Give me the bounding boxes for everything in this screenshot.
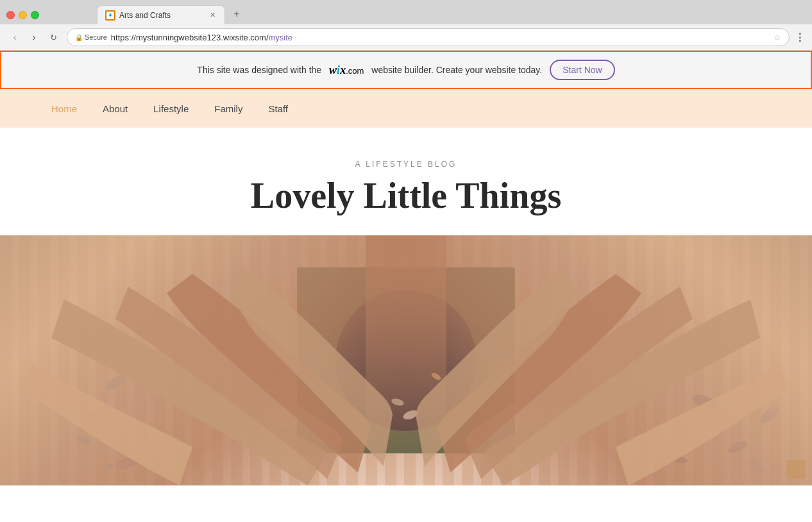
site-navigation: Home About Lifestyle Family Staff: [0, 89, 812, 128]
wix-banner: This site was designed with the wix.com …: [0, 51, 812, 89]
address-bar: ‹ › ↻ 🔒 Secure https://mystunningwebsite…: [0, 24, 812, 51]
wix-logo: wix.com: [329, 63, 364, 77]
new-tab-icon: +: [233, 8, 239, 20]
forward-button[interactable]: ›: [26, 29, 42, 46]
nav-link-about[interactable]: About: [103, 90, 128, 127]
new-tab-button[interactable]: +: [228, 5, 246, 23]
url-base: https://mystunningwebsite123.wixsite.com…: [111, 33, 269, 42]
active-tab[interactable]: ✦ Arts and Crafts ✕: [97, 5, 225, 24]
tab-bar: ✦ Arts and Crafts ✕ +: [46, 5, 246, 24]
nav-link-lifestyle[interactable]: Lifestyle: [153, 90, 189, 127]
traffic-lights: [6, 11, 39, 19]
scroll-indicator[interactable]: [786, 460, 806, 479]
nav-link-staff[interactable]: Staff: [268, 90, 288, 127]
nav-buttons: ‹ › ↻: [6, 29, 62, 46]
blog-subtitle: A LIFESTYLE BLOG: [13, 160, 799, 169]
minimize-button[interactable]: [19, 11, 27, 19]
banner-text-before: This site was designed with the: [197, 65, 321, 75]
browser-chrome: ✦ Arts and Crafts ✕ + ‹ › ↻ 🔒 Secure htt…: [0, 0, 812, 51]
start-now-button[interactable]: Start Now: [550, 60, 614, 80]
tab-close-button[interactable]: ✕: [208, 11, 217, 20]
maximize-button[interactable]: [31, 11, 39, 19]
lock-icon: 🔒: [75, 34, 83, 41]
title-bar: ✦ Arts and Crafts ✕ +: [0, 0, 812, 24]
blog-title: Lovely Little Things: [13, 176, 799, 216]
url-text: https://mystunningwebsite123.wixsite.com…: [111, 33, 292, 42]
secure-label: Secure: [85, 33, 107, 41]
craft-scene: [0, 235, 812, 485]
wix-dot-com: .com: [346, 66, 364, 76]
url-bar[interactable]: 🔒 Secure https://mystunningwebsite123.wi…: [67, 28, 790, 46]
back-button[interactable]: ‹: [6, 29, 23, 46]
hero-section: A LIFESTYLE BLOG Lovely Little Things: [0, 128, 812, 235]
banner-text-after: website builder. Create your website tod…: [371, 65, 542, 75]
refresh-button[interactable]: ↻: [45, 29, 62, 46]
url-path: mysite: [269, 33, 293, 42]
secure-badge: 🔒 Secure: [75, 33, 107, 41]
close-button[interactable]: [6, 11, 15, 19]
hero-image: [0, 235, 812, 485]
right-hand: [366, 235, 812, 485]
browser-menu-button[interactable]: ⋮: [795, 31, 806, 44]
nav-links: Home About Lifestyle Family Staff: [51, 90, 288, 127]
bookmark-button[interactable]: ☆: [774, 33, 781, 42]
tab-favicon: ✦: [105, 10, 115, 21]
tab-title: Arts and Crafts: [119, 11, 204, 20]
nav-link-home[interactable]: Home: [51, 90, 77, 127]
nav-link-family[interactable]: Family: [214, 90, 242, 127]
